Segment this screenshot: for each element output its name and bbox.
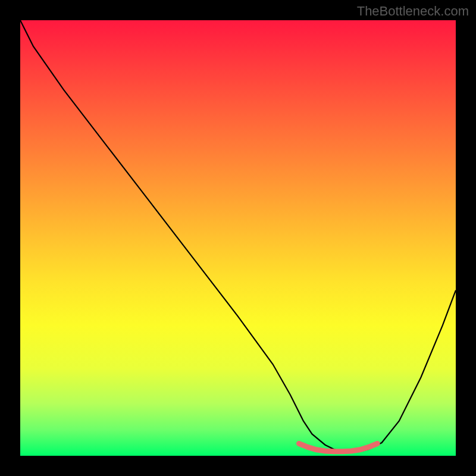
- plot-area: [20, 20, 456, 456]
- main-curve-line: [20, 20, 456, 452]
- watermark-text: TheBottleneck.com: [357, 4, 469, 19]
- highlight-band-line: [299, 444, 378, 452]
- chart-svg: [20, 20, 456, 456]
